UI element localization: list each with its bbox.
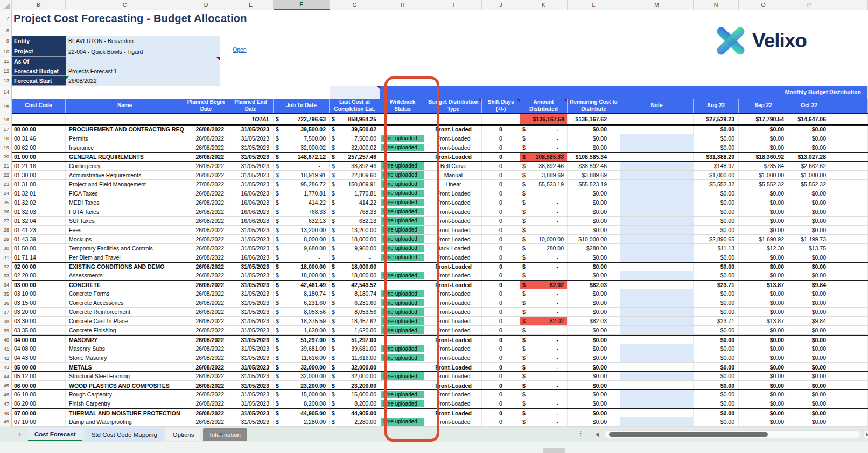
cell-G22[interactable]: $22,809.60	[330, 171, 380, 179]
cell-B19[interactable]: 00 62 00	[12, 143, 66, 152]
cell-N16[interactable]: $27,529.23	[694, 114, 739, 124]
cell-M41[interactable]	[620, 344, 694, 353]
column-header-H[interactable]: H	[380, 0, 425, 10]
cell-L16[interactable]: $136,167.62	[568, 114, 620, 124]
header-cell-C15[interactable]: Name	[66, 99, 184, 113]
cell-I49[interactable]: Front-Loaded	[425, 417, 482, 426]
cell-B32[interactable]: 02 00 00	[12, 263, 66, 271]
cell-N17[interactable]: $0.00	[694, 126, 739, 134]
cell-M20[interactable]	[620, 153, 694, 161]
cell-F44[interactable]: $32,000.00	[274, 372, 330, 380]
cell-J35[interactable]: 0	[482, 289, 520, 298]
cell-M48[interactable]	[620, 409, 694, 417]
cell-F31[interactable]: $-	[274, 253, 330, 262]
cell-G39[interactable]: $1,620.00	[330, 326, 380, 334]
cell-C25[interactable]: MEDI Taxes	[66, 198, 184, 207]
cell-K16[interactable]: $136,167.59	[520, 114, 568, 124]
cell-J17[interactable]: 0	[482, 126, 520, 134]
cell-F39[interactable]: $1,620.00	[274, 326, 330, 334]
cell-P36[interactable]: $0.00	[788, 298, 830, 307]
column-header-F[interactable]: F	[274, 0, 330, 10]
cell-F33[interactable]: $18,000.00	[274, 271, 330, 280]
cell-O31[interactable]: $0.00	[739, 253, 788, 262]
cell-G44[interactable]: $32,000.00	[330, 372, 380, 380]
cell-D43[interactable]: 26/08/2022	[184, 363, 228, 371]
cell-L38[interactable]: $82.03	[568, 317, 620, 325]
row-header-15[interactable]: 15	[0, 99, 11, 114]
cell-H49[interactable]: Line uploaded	[380, 417, 425, 426]
cell-N47[interactable]: $0.00	[694, 399, 739, 408]
cell-O40[interactable]: $0.00	[739, 336, 788, 344]
row-header-28[interactable]: 28	[0, 226, 11, 235]
cell-P22[interactable]: $1,000.00	[788, 171, 830, 179]
cell-M21[interactable]	[620, 162, 694, 170]
cell-E25[interactable]: 16/06/2023	[228, 198, 274, 207]
cell-N20[interactable]: $31,388.20	[694, 153, 739, 161]
cell-M29[interactable]	[620, 235, 694, 243]
cell-F18[interactable]: $7,500.00	[274, 134, 330, 143]
cell-H37[interactable]: Line uploaded	[380, 308, 425, 316]
cell-E32[interactable]: 31/05/2023	[228, 263, 274, 271]
cell-J45[interactable]: 0	[482, 381, 520, 389]
row-header-46[interactable]: 46	[0, 390, 11, 399]
cell-B27[interactable]: 01 32 04	[12, 217, 66, 225]
cell-P34[interactable]: $9.84	[788, 281, 830, 289]
row-header-37[interactable]: 37	[0, 308, 11, 317]
cell-E38[interactable]: 31/05/2023	[228, 317, 274, 325]
cell-J37[interactable]: 0	[482, 308, 520, 316]
cell-M33[interactable]	[620, 271, 694, 280]
cell-E45[interactable]: 31/05/2023	[228, 381, 274, 389]
cell-H41[interactable]: Line uploaded	[380, 344, 425, 353]
cell-J27[interactable]: 0	[482, 217, 520, 225]
row-header-21[interactable]: 21	[0, 162, 11, 171]
cell-F40[interactable]: $51,297.00	[274, 336, 330, 344]
cell-P28[interactable]: $0.00	[788, 226, 830, 234]
cell-K48[interactable]: $-	[520, 409, 568, 417]
cell-D39[interactable]: 26/08/2022	[184, 326, 228, 334]
cell-G30[interactable]: $9,960.00	[330, 244, 380, 253]
cell-H27[interactable]: Line uploaded	[380, 217, 425, 225]
column-header-K[interactable]: K	[520, 0, 568, 10]
cell-L44[interactable]: $0.00	[568, 372, 620, 380]
cell-N28[interactable]: $0.00	[694, 226, 739, 234]
row-header-49[interactable]: 49	[0, 417, 11, 427]
cell-C21[interactable]: Contingency	[66, 162, 184, 170]
cell-C43[interactable]: METALS	[66, 363, 184, 371]
column-header-O[interactable]: O	[739, 0, 788, 10]
cell-L19[interactable]: $0.00	[568, 143, 620, 152]
cell-I43[interactable]: Front-Loaded	[425, 363, 482, 371]
cell-C44[interactable]: Structural Steel Framing	[66, 372, 184, 380]
cell-G21[interactable]: $38,892.46	[330, 162, 380, 170]
cell-H30[interactable]: Line uploaded	[380, 244, 425, 253]
cell-B35[interactable]: 03 10 00	[12, 289, 66, 298]
cell-G35[interactable]: $8,180.74	[330, 289, 380, 298]
cell-O18[interactable]: $0.00	[739, 134, 788, 143]
cell-G31[interactable]: $-	[330, 253, 380, 262]
cell-E42[interactable]: 31/05/2023	[228, 353, 274, 362]
cell-D36[interactable]: 26/08/2022	[184, 298, 228, 307]
cell-N23[interactable]: $5,552.32	[694, 180, 739, 189]
cell-I37[interactable]: Front-Loaded	[425, 308, 482, 316]
row-header-27[interactable]: 27	[0, 217, 11, 226]
cell-M46[interactable]	[620, 390, 694, 399]
cell-K36[interactable]: $-	[520, 298, 568, 307]
row-header-35[interactable]: 35	[0, 289, 11, 298]
cell-F41[interactable]: $39,681.00	[274, 344, 330, 353]
cell-K20[interactable]: $108,585.33	[520, 153, 568, 161]
cell-H19[interactable]: Line uploaded	[380, 143, 425, 152]
cell-C17[interactable]: PROCUREMENT AND CONTRACTING REQUIREMENTS	[66, 126, 184, 134]
cell-J18[interactable]: 0	[482, 134, 520, 143]
cell-P39[interactable]: $0.00	[788, 326, 830, 334]
cell-M26[interactable]	[620, 207, 694, 216]
cell-K42[interactable]: $-	[520, 353, 568, 362]
cell-E31[interactable]: 16/06/2023	[228, 253, 274, 262]
cell-H32[interactable]	[380, 263, 425, 271]
row-header-23[interactable]: 23	[0, 180, 11, 189]
cell-G33[interactable]: $18,000.00	[330, 271, 380, 280]
row-header-26[interactable]: 26	[0, 207, 11, 217]
cell-M16[interactable]	[620, 114, 694, 124]
cell-L27[interactable]: $0.00	[568, 217, 620, 225]
cell-N19[interactable]: $0.00	[694, 143, 739, 152]
cell-E24[interactable]: 16/06/2023	[228, 189, 274, 198]
cell-D25[interactable]: 26/08/2022	[184, 198, 228, 207]
